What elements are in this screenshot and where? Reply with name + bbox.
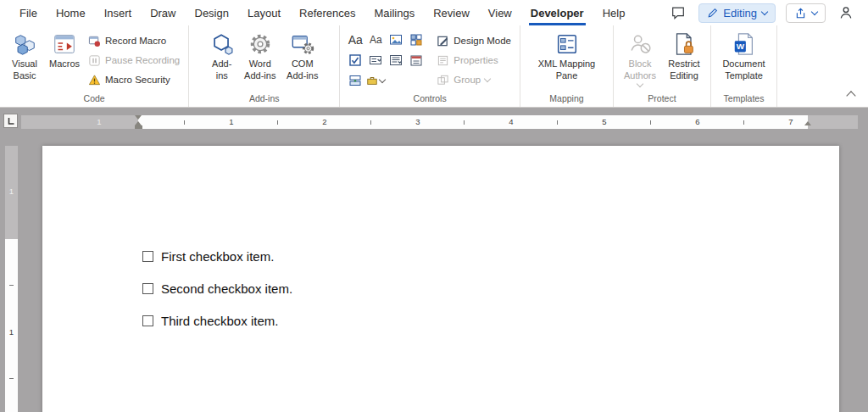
- picture-icon: [389, 33, 403, 47]
- addins-button[interactable]: Add-ins: [206, 28, 238, 82]
- xml-mapping-pane-label: XML Mapping Pane: [534, 58, 600, 82]
- tab-stop-selector[interactable]: [3, 114, 18, 128]
- ribbon-group-addins: Add-ins Word Add-ins COM Add-ins Add-ins: [189, 25, 340, 107]
- controls-small-buttons: Design Mode Properties Group: [433, 28, 515, 92]
- editing-mode-button[interactable]: Editing: [698, 3, 776, 23]
- date-picker-content-control-button[interactable]: [406, 50, 426, 70]
- svg-text:W: W: [736, 42, 744, 51]
- word-addins-label: Word Add-ins: [242, 58, 279, 82]
- ribbon-developer: Visual Basic Macros Record Macro: [0, 25, 868, 108]
- horizontal-ruler[interactable]: 1 1 2 3 4 5 6 7: [21, 115, 858, 129]
- tab-view[interactable]: View: [479, 0, 521, 25]
- left-indent-marker[interactable]: [135, 125, 142, 129]
- ruler-number: 1: [9, 327, 14, 337]
- document-template-button[interactable]: W Document Template: [718, 28, 771, 82]
- checkbox-item-text: Second checkbox item.: [161, 280, 292, 298]
- first-line-indent-marker[interactable]: [135, 115, 142, 120]
- restrict-editing-button[interactable]: Restrict Editing: [663, 28, 705, 82]
- tab-help[interactable]: Help: [593, 0, 635, 25]
- checkbox-paragraph[interactable]: Third checkbox item.: [142, 312, 805, 330]
- macro-security-button[interactable]: Macro Security: [85, 70, 183, 90]
- group-label-text: Group: [453, 75, 481, 85]
- right-indent-marker[interactable]: [804, 121, 811, 125]
- chevron-down-icon: [379, 75, 386, 82]
- ribbon-group-code: Visual Basic Macros Record Macro: [0, 25, 189, 107]
- macros-button[interactable]: Macros: [46, 28, 83, 70]
- repeating-section-content-control-button[interactable]: [345, 70, 365, 91]
- ruler-number: 6: [695, 117, 699, 127]
- com-addins-button[interactable]: COM Add-ins: [282, 28, 323, 82]
- record-macro-button[interactable]: Record Macro: [85, 31, 183, 51]
- ribbon-group-controls: Aa Aa: [340, 25, 520, 107]
- checkbox-control[interactable]: [142, 251, 153, 262]
- design-mode-icon: [437, 35, 449, 47]
- rich-text-content-control-button[interactable]: Aa: [345, 30, 365, 50]
- properties-icon: [437, 54, 449, 67]
- checkbox-icon: [348, 53, 362, 67]
- block-authors-button: Block Authors: [619, 28, 661, 86]
- tab-insert[interactable]: Insert: [95, 0, 142, 25]
- chevron-down-icon: [484, 75, 491, 81]
- tab-home[interactable]: Home: [47, 0, 95, 25]
- group-label-controls: Controls: [345, 92, 515, 107]
- restrict-editing-label: Restrict Editing: [665, 58, 704, 82]
- legacy-tools-button[interactable]: [365, 70, 386, 91]
- dropdown-list-content-control-button[interactable]: [386, 50, 406, 70]
- addins-label: Add-ins: [208, 58, 236, 82]
- word-window: File Home Insert Draw Design Layout Refe…: [0, 0, 868, 412]
- combo-box-icon: [369, 53, 382, 67]
- presence-button[interactable]: [836, 3, 856, 23]
- group-label-code: Code: [5, 92, 183, 107]
- pause-recording-label: Pause Recording: [105, 55, 180, 65]
- design-mode-label: Design Mode: [453, 36, 511, 46]
- horizontal-ruler-text-area: [138, 115, 808, 129]
- word-addins-button[interactable]: Word Add-ins: [240, 28, 281, 82]
- building-block-gallery-button[interactable]: [406, 30, 426, 50]
- tab-design[interactable]: Design: [186, 0, 238, 25]
- ribbon-tabs: File Home Insert Draw Design Layout Refe…: [0, 0, 634, 25]
- person-icon: [838, 5, 854, 20]
- tab-file[interactable]: File: [10, 0, 47, 25]
- legacy-tools-icon: [366, 75, 378, 86]
- tab-mailings[interactable]: Mailings: [365, 0, 425, 25]
- pause-recording-icon: [88, 54, 101, 67]
- ribbon-tab-bar: File Home Insert Draw Design Layout Refe…: [0, 0, 868, 25]
- repeating-section-icon: [348, 74, 362, 87]
- ruler-number: 5: [602, 117, 606, 127]
- visual-basic-label: Visual Basic: [7, 58, 42, 82]
- ribbon-group-mapping: XML Mapping Pane Mapping: [520, 25, 614, 107]
- restrict-editing-icon: [671, 31, 697, 57]
- chevron-up-icon: [846, 91, 855, 100]
- pause-recording-button: Pause Recording: [85, 51, 183, 70]
- xml-mapping-pane-button[interactable]: XML Mapping Pane: [532, 28, 602, 82]
- tab-developer[interactable]: Developer: [521, 0, 593, 25]
- picture-content-control-button[interactable]: [386, 30, 406, 50]
- checkbox-control[interactable]: [142, 315, 153, 326]
- document-body[interactable]: First checkbox item. Second checkbox ite…: [42, 146, 839, 330]
- left-tab-stop-icon: [7, 117, 15, 125]
- visual-basic-button[interactable]: Visual Basic: [5, 28, 44, 82]
- code-small-buttons: Record Macro Pause Recording Macro Secur…: [85, 28, 183, 92]
- checkbox-content-control-button[interactable]: [345, 50, 365, 70]
- tab-layout[interactable]: Layout: [238, 0, 290, 25]
- addins-hexagon-icon: [209, 31, 235, 57]
- plain-text-content-control-button[interactable]: Aa: [365, 30, 386, 50]
- checkbox-paragraph[interactable]: Second checkbox item.: [142, 280, 805, 298]
- tab-draw[interactable]: Draw: [141, 0, 185, 25]
- tab-references[interactable]: References: [290, 0, 364, 25]
- properties-button: Properties: [433, 51, 515, 70]
- checkbox-paragraph[interactable]: First checkbox item.: [142, 248, 805, 265]
- collapse-ribbon-button[interactable]: [843, 89, 860, 103]
- ruler-number: 2: [322, 117, 326, 127]
- comments-button[interactable]: [668, 3, 688, 23]
- share-button[interactable]: [786, 3, 826, 23]
- document-template-label: Document Template: [720, 58, 769, 82]
- vertical-ruler[interactable]: 1 1: [5, 146, 18, 412]
- macros-icon: [52, 31, 77, 57]
- tab-review[interactable]: Review: [424, 0, 479, 25]
- chevron-down-icon: [761, 8, 768, 14]
- design-mode-button[interactable]: Design Mode: [433, 31, 515, 51]
- combo-box-content-control-button[interactable]: [365, 50, 386, 70]
- checkbox-control[interactable]: [142, 283, 153, 294]
- ruler-number: 7: [788, 117, 793, 127]
